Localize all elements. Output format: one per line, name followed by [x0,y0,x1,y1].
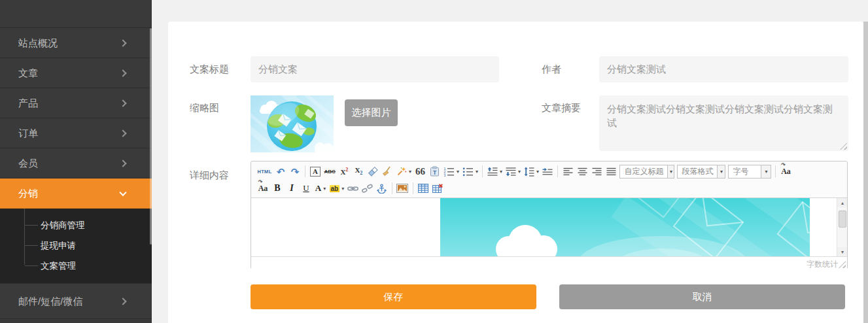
chevron-down-icon: ▾ [323,186,326,192]
insert-table-button[interactable] [416,181,430,196]
banner-art [440,198,810,256]
line-height-button[interactable]: ▾ [523,164,540,178]
chevron-right-icon [119,69,126,76]
chevron-down-icon [119,188,126,196]
align-right-button[interactable] [590,164,604,178]
subscript-icon: X2 [355,167,362,176]
case-convert-icon: ↷Aa [258,184,268,192]
eraser-button[interactable] [366,164,380,178]
content-card: 文案标题 作者 缩略图 [168,22,863,323]
font-size-select[interactable]: 字号▾ [728,165,771,178]
chevron-down-icon: ▾ [341,186,344,192]
thumbnail-image[interactable] [251,95,334,152]
chevron-right-icon [119,39,126,46]
font-color-button[interactable]: A▾ [314,181,328,196]
chevron-right-icon [119,99,126,107]
subscript-button[interactable]: X2 [352,164,366,178]
format-brush-button[interactable] [381,164,394,178]
page-scrollbar-thumb[interactable] [863,22,868,323]
sidebar-item-products[interactable]: 产品 [0,88,152,118]
undo-button[interactable]: ↶ [274,164,288,178]
editor-scrollbar-thumb[interactable] [839,211,846,228]
blockquote-button[interactable]: 66 [413,164,427,178]
title-input[interactable] [251,56,499,82]
toolbar-separator [557,165,558,177]
sidebar-subitem-withdrawal-request[interactable]: 提现申请 [0,235,152,256]
chevron-right-icon [119,298,126,305]
bold-button[interactable]: B [271,181,285,196]
first-line-indent-icon [542,167,553,177]
char-border-button[interactable]: A [309,164,322,178]
scroll-up-button[interactable]: ▲ [837,198,847,207]
sidebar-item-articles[interactable]: 文章 [0,58,152,88]
chevron-down-icon: ▾ [457,169,459,175]
ordered-list-button[interactable]: 123▾ [442,164,460,178]
case-convert-button[interactable]: ↷Aa [779,164,793,178]
blockquote-icon: 66 [415,169,425,174]
editor-toolbar-row-1: HTML↶↷AABCX2X2▾66T123▾▾▾▾▾自定义标题▾段落格式▾字号▾… [251,163,847,180]
sidebar-item-members[interactable]: 会员 [0,148,152,178]
sidebar-item-email-sms-wechat[interactable]: 邮件/短信/微信 [0,284,152,319]
underline-button[interactable]: U [300,181,313,196]
italic-button[interactable]: I [285,181,299,196]
content-field-label: 详细内容 [190,169,229,182]
strikethrough-button[interactable]: ABC [323,164,337,178]
page-scrollbar [863,22,868,323]
underline-icon: U [303,183,309,194]
choose-image-button[interactable]: 选择图片 [345,99,398,126]
paragraph-space-before-button[interactable]: ▾ [486,164,504,178]
sidebar-subitem-copywriting-management[interactable]: 文案管理 [0,256,152,276]
paragraph-space-after-button[interactable]: ▾ [504,164,522,178]
strikethrough-icon: ABC [324,169,336,175]
anchor-button[interactable] [375,181,389,196]
superscript-button[interactable]: X2 [338,164,351,178]
sidebar-scrollbar-thumb[interactable] [150,28,152,245]
align-right-icon [592,167,602,176]
chevron-down-icon[interactable]: ▾ [717,165,725,178]
insert-link-icon [347,184,358,194]
scroll-down-button[interactable]: ▼ [837,247,847,256]
case-convert-button[interactable]: ↷Aa [256,181,270,196]
chevron-down-icon[interactable]: ▾ [761,165,771,178]
eraser-icon [368,166,378,177]
chevron-down-icon: ▾ [518,169,521,175]
highlight-button[interactable]: ab▾ [328,181,346,196]
sidebar-item-distribution[interactable]: 分销 [0,178,152,209]
editor-content-area[interactable]: ▲ ▼ [251,198,847,256]
first-line-indent-button[interactable] [541,164,555,178]
insert-image-icon [396,184,408,193]
italic-icon: I [290,183,293,194]
chevron-down-icon: ▾ [500,169,502,175]
auto-typeset-button[interactable]: ▾ [395,164,413,178]
insert-image-button[interactable] [395,181,409,196]
format-brush-icon [382,166,392,177]
align-left-button[interactable] [561,164,575,178]
redo-button[interactable]: ↷ [288,164,302,178]
align-center-button[interactable] [576,164,589,178]
unlink-button[interactable] [360,181,374,196]
sidebar-nav: 站点概况文章产品订单会员分销分销商管理提现申请文案管理邮件/短信/微信 [0,0,152,323]
delete-table-button[interactable] [430,181,444,196]
sidebar-subitem-distributor-management[interactable]: 分销商管理 [0,215,152,235]
html-source-button[interactable]: HTML [256,164,273,178]
unordered-list-icon [462,167,474,177]
paragraph-format-select[interactable]: 段落格式▾ [677,165,725,178]
unordered-list-button[interactable]: ▾ [461,164,479,178]
chevron-down-icon: ▾ [536,169,539,175]
align-justify-button[interactable] [604,164,618,178]
author-input[interactable] [599,56,848,82]
sidebar-item-orders[interactable]: 订单 [0,118,152,148]
anchor-icon [377,184,387,194]
insert-link-button[interactable] [346,181,360,196]
app-root: 站点概况文章产品订单会员分销分销商管理提现申请文案管理邮件/短信/微信 文案标题… [0,0,868,323]
cancel-button[interactable]: 取消 [559,284,845,309]
summary-textarea[interactable]: 分销文案测试分销文案测试分销文案测试分销文案测试 [599,95,848,151]
paste-plain-button[interactable]: T [428,164,442,178]
sidebar-submenu: 分销商管理提现申请文案管理 [0,209,152,284]
editor-banner-image[interactable] [440,198,810,256]
save-button[interactable]: 保存 [251,284,536,309]
chevron-down-icon[interactable]: ▾ [667,165,674,178]
sidebar-item-site-overview[interactable]: 站点概况 [0,28,152,58]
editor-resize-grip[interactable] [839,261,846,268]
custom-title-select[interactable]: 自定义标题▾ [619,165,674,178]
